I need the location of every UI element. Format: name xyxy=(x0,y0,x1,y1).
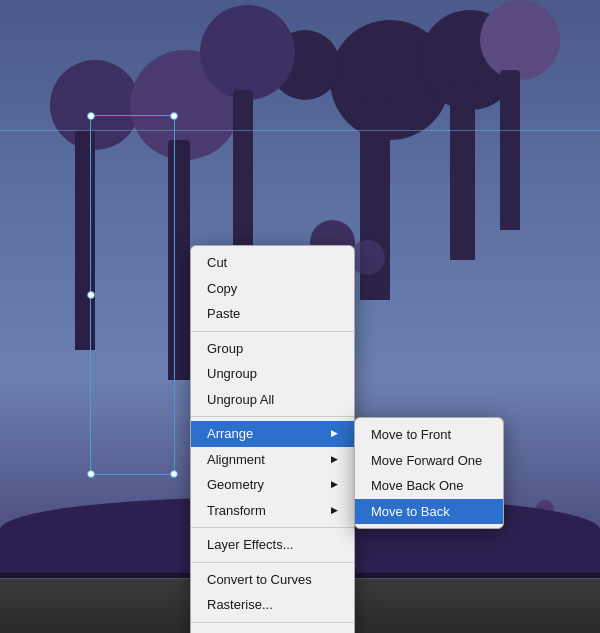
menu-item-create-style[interactable]: Create Style xyxy=(191,627,354,634)
menu-item-arrange[interactable]: Arrange xyxy=(191,421,354,447)
menu-item-alignment[interactable]: Alignment xyxy=(191,447,354,473)
menu-item-ungroup-all[interactable]: Ungroup All xyxy=(191,387,354,413)
menu-item-rasterise[interactable]: Rasterise... xyxy=(191,592,354,618)
menu-item-layer-effects[interactable]: Layer Effects... xyxy=(191,532,354,558)
submenu-move-front[interactable]: Move to Front xyxy=(355,422,503,448)
arrange-wrapper: Arrange Move to Front Move Forward One M… xyxy=(191,421,354,447)
menu-item-group[interactable]: Group xyxy=(191,336,354,362)
menu-item-copy[interactable]: Copy xyxy=(191,276,354,302)
menu-item-transform[interactable]: Transform xyxy=(191,498,354,524)
menu-item-geometry[interactable]: Geometry xyxy=(191,472,354,498)
guide-line xyxy=(0,130,600,131)
separator-3 xyxy=(191,527,354,528)
menu-item-paste[interactable]: Paste xyxy=(191,301,354,327)
separator-4 xyxy=(191,562,354,563)
context-menu: Cut Copy Paste Group Ungroup Ungroup All… xyxy=(190,245,355,633)
submenu-move-back[interactable]: Move to Back xyxy=(355,499,503,525)
separator-2 xyxy=(191,416,354,417)
separator-5 xyxy=(191,622,354,623)
submenu-move-back-one[interactable]: Move Back One xyxy=(355,473,503,499)
submenu-move-forward[interactable]: Move Forward One xyxy=(355,448,503,474)
menu-item-convert[interactable]: Convert to Curves xyxy=(191,567,354,593)
menu-item-ungroup[interactable]: Ungroup xyxy=(191,361,354,387)
arrange-submenu: Move to Front Move Forward One Move Back… xyxy=(354,417,504,529)
separator-1 xyxy=(191,331,354,332)
menu-item-cut[interactable]: Cut xyxy=(191,250,354,276)
